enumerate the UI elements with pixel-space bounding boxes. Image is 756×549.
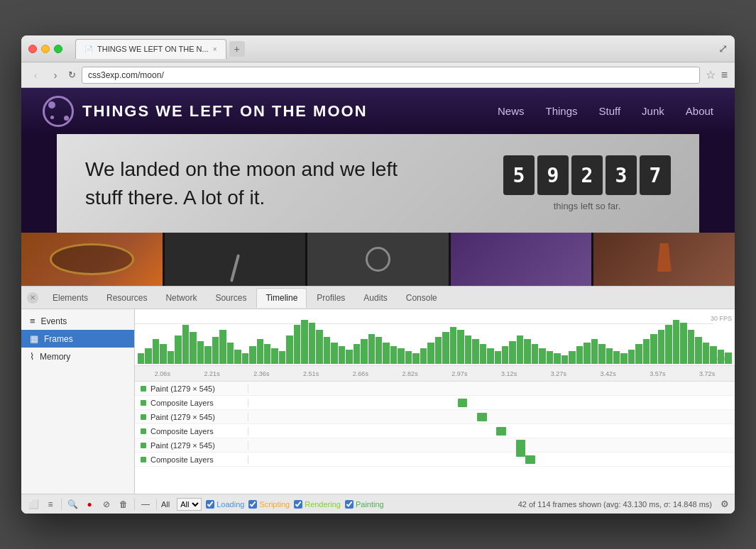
bar-17 <box>264 311 270 364</box>
back-button[interactable]: ‹ <box>28 68 43 82</box>
memory-icon: ⌇ <box>30 351 34 362</box>
nav-link-junk[interactable]: Junk <box>642 105 664 117</box>
tab-console[interactable]: Console <box>398 288 446 308</box>
records-area: Paint (1279 × 545) Composite Layers <box>135 382 735 494</box>
thumbnail-1[interactable] <box>21 233 163 286</box>
bar-12 <box>227 311 234 364</box>
filter-loading-checkbox[interactable] <box>206 500 214 509</box>
bookmark-icon[interactable]: ☆ <box>706 68 716 82</box>
filter-scripting-text: Scripting <box>259 500 290 509</box>
footer-list-icon[interactable]: ≡ <box>44 498 57 511</box>
tab-profiles[interactable]: Profiles <box>308 288 354 308</box>
footer-record-icon[interactable]: ● <box>83 498 96 511</box>
tick-6: 2.97s <box>435 370 485 377</box>
thumbnail-4[interactable] <box>451 233 592 286</box>
bar-29 <box>354 311 360 364</box>
nav-link-news[interactable]: News <box>498 105 525 117</box>
bar-76 <box>703 311 709 364</box>
tab-network[interactable]: Network <box>157 288 205 308</box>
record-bar-2 <box>458 399 468 407</box>
record-row-1: Paint (1279 × 545) <box>135 382 735 396</box>
bar-1 <box>145 311 151 364</box>
url-input[interactable] <box>82 67 700 84</box>
browser-menu-icon[interactable]: ≡ <box>721 69 728 82</box>
filter-rendering-text: Rendering <box>305 500 341 509</box>
footer-gear-icon[interactable]: ⚙ <box>721 499 729 509</box>
record-text-6: Composite Layers <box>150 455 214 464</box>
bar-45 <box>472 311 478 364</box>
record-text-1: Paint (1279 × 545) <box>150 384 215 393</box>
title-bar: 📄 THINGS WE LEFT ON THE N... × + ⤢ <box>21 35 735 62</box>
hero-heading: We landed on the moon and we left stuff … <box>85 155 398 211</box>
thumbnail-2[interactable] <box>165 233 306 286</box>
thumbnail-3[interactable] <box>307 233 449 286</box>
bar-68 <box>643 311 650 364</box>
maximize-button[interactable] <box>54 45 62 53</box>
active-tab[interactable]: 📄 THINGS WE LEFT ON THE N... × <box>75 39 226 59</box>
tab-timeline[interactable]: Timeline <box>256 288 307 308</box>
footer-clear-icon[interactable]: 🗑 <box>117 498 130 511</box>
minimize-button[interactable] <box>41 45 50 53</box>
record-text-2: Composite Layers <box>150 399 214 407</box>
sidebar-item-frames[interactable]: ▦ Frames <box>21 330 134 348</box>
tab-elements[interactable]: Elements <box>44 288 97 308</box>
tick-4: 2.66s <box>336 370 385 377</box>
bar-14 <box>242 311 248 364</box>
record-text-4: Composite Layers <box>150 427 214 436</box>
new-tab-button[interactable]: + <box>229 41 245 57</box>
bar-36 <box>405 311 412 364</box>
devtools-footer: ⬜ ≡ 🔍 ● ⊘ 🗑 — All All Loading Scripting <box>21 494 735 514</box>
tick-3: 2.51s <box>286 370 336 377</box>
resize-icon[interactable]: ⤢ <box>718 42 728 55</box>
filter-painting-checkbox[interactable] <box>345 500 354 509</box>
bar-20 <box>286 311 292 364</box>
bar-33 <box>383 311 389 364</box>
footer-search-icon[interactable]: 🔍 <box>66 498 79 511</box>
tab-favicon: 📄 <box>84 45 93 53</box>
bar-31 <box>368 311 375 364</box>
bar-43 <box>457 311 464 364</box>
record-bar-3 <box>477 413 487 421</box>
sidebar-item-memory[interactable]: ⌇ Memory <box>21 348 134 365</box>
thumbnail-5[interactable] <box>593 233 735 286</box>
bar-65 <box>620 311 627 364</box>
record-color-1 <box>141 386 146 392</box>
tab-sources[interactable]: Sources <box>207 288 255 308</box>
footer-range-icon[interactable]: — <box>139 498 152 511</box>
nav-link-things[interactable]: Things <box>545 105 577 117</box>
counter-section: 5 9 2 3 7 things left so far. <box>503 155 671 211</box>
bar-4 <box>168 311 174 364</box>
logo-icon <box>43 96 74 127</box>
logo-dot <box>50 116 54 119</box>
close-button[interactable] <box>28 45 37 53</box>
devtools-sidebar: ≡ Events ▦ Frames ⌇ Memory <box>21 309 135 494</box>
refresh-button[interactable]: ↻ <box>68 70 76 80</box>
tab-resources[interactable]: Resources <box>98 288 155 308</box>
bar-34 <box>390 311 397 364</box>
forward-button[interactable]: › <box>48 68 62 82</box>
footer-stop-icon[interactable]: ⊘ <box>100 498 113 511</box>
record-row-5: Paint (1279 × 545) <box>135 438 735 453</box>
tab-audits[interactable]: Audits <box>355 288 395 308</box>
tab-close-icon[interactable]: × <box>213 45 217 53</box>
tab-bar: 📄 THINGS WE LEFT ON THE N... × + <box>75 39 718 59</box>
filter-rendering-checkbox[interactable] <box>294 500 302 509</box>
footer-dock-icon[interactable]: ⬜ <box>27 498 40 511</box>
record-label-5: Paint (1279 × 545) <box>135 441 248 450</box>
filter-dropdown[interactable]: All <box>177 498 202 511</box>
bar-18 <box>271 311 278 364</box>
filter-scripting-checkbox[interactable] <box>248 500 257 509</box>
bar-21 <box>294 311 300 364</box>
bar-49 <box>502 311 508 364</box>
bar-2 <box>153 311 159 364</box>
tick-8: 3.27s <box>534 370 584 377</box>
bar-16 <box>257 311 263 364</box>
sidebar-item-events[interactable]: ≡ Events <box>21 312 134 330</box>
bar-53 <box>532 311 538 364</box>
record-label-6: Composite Layers <box>135 455 248 464</box>
nav-link-stuff[interactable]: Stuff <box>599 105 621 117</box>
nav-link-about[interactable]: About <box>686 105 713 117</box>
devtools-close-button[interactable]: ✕ <box>27 292 38 304</box>
footer-sep-3 <box>156 499 157 510</box>
bar-69 <box>650 311 657 364</box>
